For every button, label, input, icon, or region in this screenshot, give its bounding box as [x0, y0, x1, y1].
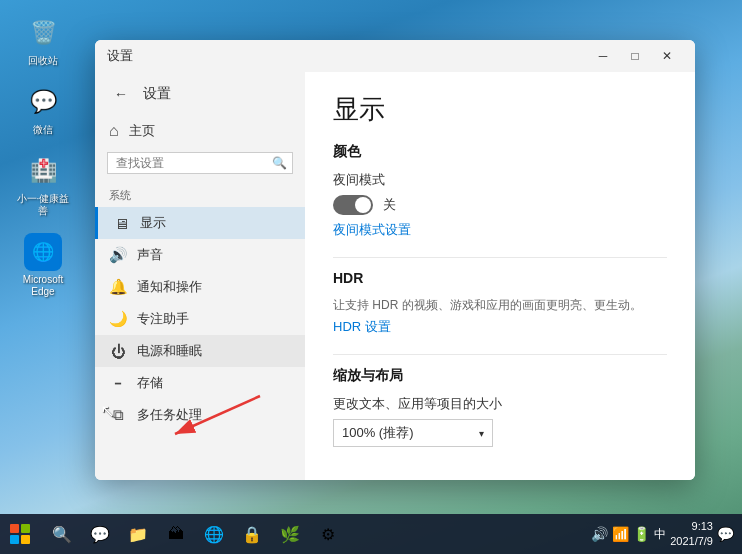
storage-icon: ━ [109, 378, 127, 389]
toggle-knob [355, 197, 371, 213]
night-mode-link[interactable]: 夜间模式设置 [333, 221, 667, 239]
maximize-button[interactable]: □ [619, 44, 651, 68]
divider-2 [333, 354, 667, 355]
search-box[interactable]: 🔍 [107, 152, 293, 174]
sidebar-item-power[interactable]: ⏻ 电源和睡眠 [95, 335, 305, 367]
section-label: 系统 [95, 180, 305, 207]
taskbar-search-icon[interactable]: 🔍 [44, 516, 80, 552]
title-bar: 设置 ─ □ ✕ [95, 40, 695, 72]
network-icon[interactable]: 📶 [612, 526, 629, 542]
taskbar-settings-icon[interactable]: ⚙ [310, 516, 346, 552]
app3-label: 小一·健康益善 [12, 193, 74, 217]
home-icon: ⌂ [109, 122, 119, 140]
hdr-link[interactable]: HDR 设置 [333, 318, 667, 336]
windows-logo-icon [10, 524, 30, 544]
volume-icon[interactable]: 🔊 [591, 526, 608, 542]
storage-label: 存储 [137, 374, 163, 392]
title-bar-controls: ─ □ ✕ [587, 44, 683, 68]
display-icon: 🖥 [112, 215, 130, 232]
main-content: 显示 颜色 夜间模式 关 夜间模式设置 HDR 让支持 HDR 的视频、游戏和应… [305, 72, 695, 480]
multitask-label: 多任务处理 [137, 406, 202, 424]
sidebar: ← 设置 ⌂ 主页 🔍 系统 🖥 显示 🔊 [95, 72, 305, 480]
search-icon: 🔍 [272, 156, 287, 170]
sidebar-header: ← 设置 [95, 72, 305, 116]
desktop-icon-app3[interactable]: 🏥 小一·健康益善 [8, 148, 78, 221]
multitask-icon: ⧉ [109, 406, 127, 424]
sidebar-item-sound[interactable]: 🔊 声音 [95, 239, 305, 271]
desktop-icons: 🗑️ 回收站 💬 微信 🏥 小一·健康益善 🌐 Microsoft Edge [8, 10, 78, 302]
color-heading: 颜色 [333, 143, 667, 161]
wechat-icon: 💬 [24, 83, 62, 121]
home-label: 主页 [129, 122, 155, 140]
taskbar-right: 🔊 📶 🔋 中 9:13 2021/7/9 💬 [591, 519, 742, 550]
night-mode-label: 夜间模式 [333, 171, 667, 189]
sidebar-item-multitask[interactable]: ⧉ 多任务处理 [95, 399, 305, 431]
chinese-input-icon[interactable]: 中 [654, 526, 666, 543]
toggle-row: 关 [333, 195, 667, 215]
taskbar-icons: 🔍 💬 📁 🏔 🌐 🔒 🌿 ⚙ [44, 516, 346, 552]
taskbar-sys-icons: 🔊 📶 🔋 中 [591, 526, 666, 543]
desktop-icon-recycle[interactable]: 🗑️ 回收站 [8, 10, 78, 71]
sidebar-item-storage[interactable]: ━ 存储 [95, 367, 305, 399]
window-title: 设置 [107, 47, 587, 65]
display-label: 显示 [140, 214, 166, 232]
dropdown-arrow-icon: ▾ [479, 428, 484, 439]
notifications-icon: 🔔 [109, 278, 127, 296]
recycle-label: 回收站 [28, 55, 58, 67]
toggle-state-label: 关 [383, 196, 396, 214]
dropdown-row: 100% (推荐) ▾ [333, 419, 667, 447]
focus-label: 专注助手 [137, 310, 189, 328]
power-icon: ⏻ [109, 343, 127, 360]
minimize-button[interactable]: ─ [587, 44, 619, 68]
wechat-label: 微信 [33, 124, 53, 136]
window-body: ← 设置 ⌂ 主页 🔍 系统 🖥 显示 🔊 [95, 72, 695, 480]
scale-label: 更改文本、应用等项目的大小 [333, 395, 667, 413]
start-button[interactable] [0, 514, 40, 554]
scale-section: 缩放与布局 更改文本、应用等项目的大小 100% (推荐) ▾ [333, 367, 667, 447]
app3-icon: 🏥 [24, 152, 62, 190]
notification-button[interactable]: 💬 [717, 526, 734, 542]
desktop: 🗑️ 回收站 💬 微信 🏥 小一·健康益善 🌐 Microsoft Edge 设… [0, 0, 742, 554]
search-input[interactable] [116, 156, 266, 170]
taskbar: 🔍 💬 📁 🏔 🌐 🔒 🌿 ⚙ 🔊 📶 🔋 中 9:13 2021/7/9 💬 [0, 514, 742, 554]
recycle-icon: 🗑️ [24, 14, 62, 52]
sidebar-title: 设置 [143, 85, 171, 103]
taskbar-clock[interactable]: 9:13 2021/7/9 [670, 519, 713, 550]
page-title: 显示 [333, 92, 667, 127]
desktop-icon-wechat[interactable]: 💬 微信 [8, 79, 78, 140]
sound-icon: 🔊 [109, 246, 127, 264]
taskbar-antivirus-icon[interactable]: 🌿 [272, 516, 308, 552]
sidebar-home[interactable]: ⌂ 主页 [95, 116, 305, 146]
night-mode-toggle[interactable] [333, 195, 373, 215]
divider-1 [333, 257, 667, 258]
sound-label: 声音 [137, 246, 163, 264]
taskbar-files-icon[interactable]: 📁 [120, 516, 156, 552]
sidebar-item-notifications[interactable]: 🔔 通知和操作 [95, 271, 305, 303]
edge-label: Microsoft Edge [12, 274, 74, 298]
taskbar-chat-icon[interactable]: 💬 [82, 516, 118, 552]
notifications-label: 通知和操作 [137, 278, 202, 296]
edge-icon: 🌐 [24, 233, 62, 271]
power-label: 电源和睡眠 [137, 342, 202, 360]
settings-window: 设置 ─ □ ✕ ← 设置 ⌂ 主页 🔍 [95, 40, 695, 480]
focus-icon: 🌙 [109, 310, 127, 328]
battery-icon[interactable]: 🔋 [633, 526, 650, 542]
clock-date: 2021/7/9 [670, 534, 713, 549]
hdr-heading: HDR [333, 270, 667, 286]
scale-dropdown[interactable]: 100% (推荐) ▾ [333, 419, 493, 447]
scale-heading: 缩放与布局 [333, 367, 667, 385]
taskbar-edge-icon[interactable]: 🌐 [196, 516, 232, 552]
close-button[interactable]: ✕ [651, 44, 683, 68]
taskbar-explorer-icon[interactable]: 🏔 [158, 516, 194, 552]
back-button[interactable]: ← [107, 80, 135, 108]
sidebar-item-focus[interactable]: 🌙 专注助手 [95, 303, 305, 335]
sidebar-item-display[interactable]: 🖥 显示 [95, 207, 305, 239]
taskbar-security-icon[interactable]: 🔒 [234, 516, 270, 552]
hdr-description: 让支持 HDR 的视频、游戏和应用的画面更明亮、更生动。 [333, 296, 667, 314]
hdr-section: HDR 让支持 HDR 的视频、游戏和应用的画面更明亮、更生动。 HDR 设置 [333, 270, 667, 336]
desktop-icon-edge[interactable]: 🌐 Microsoft Edge [8, 229, 78, 302]
clock-time: 9:13 [670, 519, 713, 534]
scale-value: 100% (推荐) [342, 424, 414, 442]
